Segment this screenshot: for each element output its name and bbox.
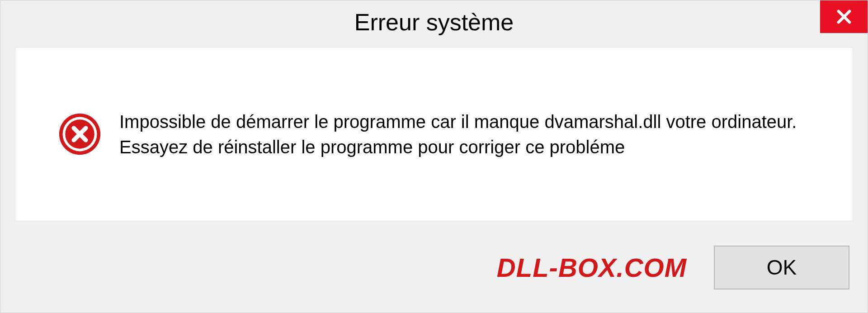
content-panel: Impossible de démarrer le programme car … (15, 47, 853, 221)
close-button[interactable] (820, 0, 868, 33)
close-icon (835, 7, 854, 26)
dialog-title: Erreur système (354, 9, 514, 36)
ok-button[interactable]: OK (714, 246, 849, 289)
watermark-text: DLL-BOX.COM (497, 252, 687, 283)
dialog-footer: DLL-BOX.COM OK (0, 236, 868, 299)
error-icon (58, 113, 101, 156)
titlebar: Erreur système (0, 0, 868, 43)
system-error-dialog: Erreur système Impossible de démarrer le… (0, 0, 868, 313)
error-message: Impossible de démarrer le programme car … (119, 109, 826, 160)
